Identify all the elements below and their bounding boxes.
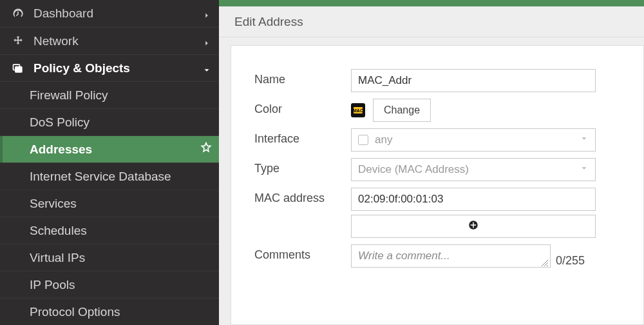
sidebar-item-label: Network xyxy=(33,34,193,48)
interface-select[interactable]: any xyxy=(351,128,596,152)
label-color: Color xyxy=(254,99,351,116)
caret-down-icon xyxy=(580,133,589,146)
row-interface: Interface any xyxy=(254,128,620,152)
main-panel: Edit Address Name Color MAC Change Inte xyxy=(219,0,644,325)
page-title-text: Edit Address xyxy=(234,15,303,29)
sidebar-item-ip-pools[interactable]: IP Pools xyxy=(0,271,219,298)
row-color: Color MAC Change xyxy=(254,99,620,122)
label-type: Type xyxy=(254,158,351,175)
sidebar-item-label: Addresses xyxy=(30,143,92,157)
edit-address-form: Name Color MAC Change Interface xyxy=(231,45,644,325)
resize-handle-icon[interactable] xyxy=(541,258,549,266)
plus-circle-icon xyxy=(468,219,479,233)
accent-bar xyxy=(219,0,644,6)
mac-badge-icon: MAC xyxy=(354,107,363,113)
sidebar-item-protocol-options[interactable]: Protocol Options xyxy=(0,298,219,325)
label-mac: MAC address xyxy=(254,188,351,205)
sidebar-item-label: Schedules xyxy=(30,224,87,238)
move-icon xyxy=(12,35,24,48)
sidebar-item-label: Firewall Policy xyxy=(30,88,108,103)
type-select[interactable]: Device (MAC Address) xyxy=(351,158,596,181)
caret-down-icon xyxy=(580,163,589,176)
row-type: Type Device (MAC Address) xyxy=(254,158,620,181)
sidebar-item-virtual-ips[interactable]: Virtual IPs xyxy=(0,244,219,271)
sidebar-item-label: Protocol Options xyxy=(30,305,120,319)
chevron-right-icon xyxy=(202,9,211,18)
row-name: Name xyxy=(254,69,620,92)
comments-input-wrap xyxy=(351,244,551,268)
label-comments: Comments xyxy=(254,244,351,262)
row-mac: MAC address xyxy=(254,188,620,238)
comments-input[interactable] xyxy=(358,250,544,262)
comments-counter: 0/255 xyxy=(556,254,585,268)
sidebar-item-label: Dashboard xyxy=(33,6,193,21)
chevron-down-icon xyxy=(202,64,211,73)
interface-value: any xyxy=(375,133,392,146)
sidebar-item-firewall-policy[interactable]: Firewall Policy xyxy=(0,81,219,108)
sidebar-item-policy-objects[interactable]: Policy & Objects xyxy=(0,54,219,81)
mac-input-wrap xyxy=(351,188,596,211)
add-mac-button[interactable] xyxy=(351,215,596,238)
sidebar-item-isdb[interactable]: Internet Service Database xyxy=(0,162,219,190)
label-name: Name xyxy=(254,69,351,86)
sidebar-item-dos-policy[interactable]: DoS Policy xyxy=(0,108,219,135)
sidebar-item-schedules[interactable]: Schedules xyxy=(0,217,219,244)
name-input-wrap xyxy=(351,69,596,92)
empty-checkbox-icon xyxy=(358,135,368,145)
color-swatch: MAC xyxy=(351,103,365,117)
sidebar-item-addresses[interactable]: Addresses xyxy=(0,135,219,162)
name-input[interactable] xyxy=(358,70,589,92)
page-title: Edit Address xyxy=(219,6,644,37)
sidebar-item-label: Policy & Objects xyxy=(33,61,193,75)
row-comments: Comments 0/255 xyxy=(254,244,620,268)
star-outline-icon[interactable] xyxy=(200,141,213,157)
gauge-icon xyxy=(12,7,24,20)
sidebar-item-label: Services xyxy=(30,197,77,211)
sidebar: Dashboard Network Policy & Objects Firew… xyxy=(0,0,219,325)
chevron-right-icon xyxy=(202,37,211,46)
sidebar-item-label: DoS Policy xyxy=(30,115,90,130)
sidebar-item-label: Internet Service Database xyxy=(30,170,171,184)
sidebar-item-label: Virtual IPs xyxy=(30,251,85,265)
change-color-button[interactable]: Change xyxy=(373,99,431,122)
type-value: Device (MAC Address) xyxy=(358,163,469,176)
sidebar-item-label: IP Pools xyxy=(30,278,75,292)
label-interface: Interface xyxy=(254,128,351,146)
sidebar-item-network[interactable]: Network xyxy=(0,27,219,54)
sidebar-item-services[interactable]: Services xyxy=(0,190,219,217)
policy-icon xyxy=(12,62,24,75)
mac-input[interactable] xyxy=(358,188,589,210)
sidebar-item-dashboard[interactable]: Dashboard xyxy=(0,0,219,27)
